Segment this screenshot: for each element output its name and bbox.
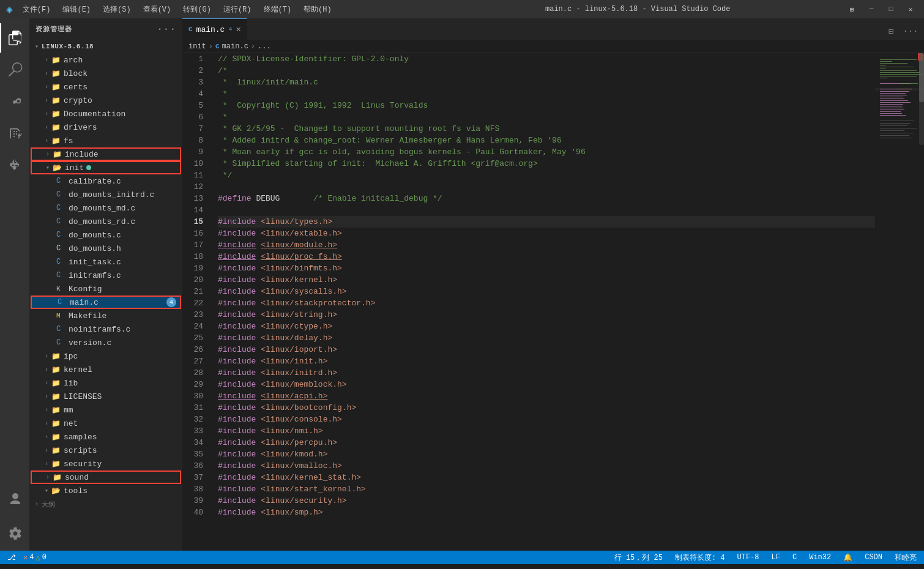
- encoding-text: UTF-8: [737, 553, 759, 562]
- tree-item-kconfig[interactable]: K Kconfig: [29, 282, 182, 296]
- tree-item-outline[interactable]: › 大纲: [29, 497, 182, 511]
- tree-item-init-task[interactable]: C init_task.c: [29, 255, 182, 269]
- tree-item-init[interactable]: ▾ 📂 init: [31, 161, 181, 174]
- activity-settings[interactable]: [0, 519, 29, 548]
- menu-run[interactable]: 运行(R): [218, 3, 256, 16]
- tree-item-drivers[interactable]: › 📁 drivers: [29, 121, 182, 134]
- tab-close-btn[interactable]: ✕: [236, 25, 240, 34]
- tree-item-licenses[interactable]: › 📁 LICENSES: [29, 390, 182, 403]
- tree-item-scripts[interactable]: › 📁 scripts: [29, 444, 182, 457]
- tree-item-calibrate[interactable]: C calibrate.c: [29, 174, 182, 188]
- tree-item-security[interactable]: › 📁 security: [29, 457, 182, 470]
- tree-root[interactable]: ▾ LINUX-5.6.18: [29, 40, 182, 53]
- sidebar-more-btn[interactable]: ···: [157, 24, 176, 35]
- tree-item-arch[interactable]: › 📁 arch: [29, 53, 182, 67]
- tree-item-samples[interactable]: › 📁 samples: [29, 430, 182, 444]
- tree-item-main[interactable]: C main.c 4: [31, 296, 181, 309]
- error-icon: ✕: [23, 553, 28, 562]
- csdn-text: CSDN: [865, 553, 882, 562]
- code-line-31: #include <linux/bootconfig.h>: [218, 402, 875, 414]
- line-num-19: 19: [182, 262, 208, 274]
- svg-rect-35: [880, 123, 911, 124]
- menu-view[interactable]: 查看(V): [138, 3, 176, 16]
- breadcrumb-init[interactable]: init: [188, 42, 206, 51]
- code-area[interactable]: // SPDX-License-Identifier: GPL-2.0-only…: [213, 53, 875, 551]
- tree-item-crypto[interactable]: › 📁 crypto: [29, 94, 182, 107]
- svg-rect-19: [880, 93, 906, 94]
- activity-account[interactable]: [0, 485, 29, 514]
- code-line-17: #include <linux/module.h>: [218, 239, 875, 251]
- code-line-39: #include <linux/security.h>: [218, 495, 875, 507]
- breadcrumb-filename[interactable]: main.c: [222, 42, 248, 51]
- label-sound: sound: [65, 473, 89, 482]
- more-actions-btn[interactable]: ···: [902, 23, 919, 40]
- split-editor-btn[interactable]: ⊟: [882, 23, 900, 40]
- tree-item-fs[interactable]: › 📁 fs: [29, 134, 182, 147]
- menu-select[interactable]: 选择(S): [98, 3, 136, 16]
- arrow-samples: ›: [42, 434, 51, 441]
- label-do-mounts-h: do_mounts.h: [69, 244, 121, 253]
- status-encoding[interactable]: UTF-8: [735, 553, 762, 562]
- tree-item-lib[interactable]: › 📁 lib: [29, 376, 182, 390]
- line-num-32: 32: [182, 414, 208, 425]
- tree-item-version[interactable]: C version.c: [29, 336, 182, 349]
- label-tools: tools: [64, 486, 88, 496]
- tree-item-do-mounts-h[interactable]: C do_mounts.h: [29, 242, 182, 255]
- menu-goto[interactable]: 转到(G): [178, 3, 216, 16]
- tree-item-block[interactable]: › 📁 block: [29, 67, 182, 80]
- status-errors[interactable]: ✕ 4 △ 0: [21, 553, 49, 562]
- line-num-1: 1: [182, 53, 208, 65]
- svg-rect-39: [880, 133, 914, 133]
- svg-rect-24: [880, 102, 911, 103]
- tree-item-do-mounts[interactable]: C do_mounts.c: [29, 228, 182, 242]
- tree-item-ipc[interactable]: › 📁 ipc: [29, 349, 182, 363]
- app-logo: ◈: [6, 2, 13, 16]
- tree-item-docs[interactable]: › 📁 Documentation: [29, 107, 182, 121]
- menu-file[interactable]: 文件(F): [18, 3, 56, 16]
- status-notification-bell[interactable]: 🔔: [841, 553, 855, 562]
- tree-item-makefile[interactable]: M Makefile: [29, 309, 182, 322]
- activity-debug[interactable]: [0, 119, 29, 148]
- tree-item-initramfs[interactable]: C initramfs.c: [29, 269, 182, 282]
- svg-rect-8: [880, 72, 920, 73]
- restore-btn[interactable]: □: [884, 3, 898, 15]
- tree-item-mm[interactable]: › 📁 mm: [29, 403, 182, 417]
- activity-search[interactable]: [0, 55, 29, 84]
- activity-git[interactable]: [0, 87, 29, 116]
- code-line-35: #include <linux/kmod.h>: [218, 448, 875, 460]
- activity-explorer[interactable]: [0, 23, 29, 53]
- close-btn[interactable]: ✕: [903, 3, 918, 15]
- tab-main-c[interactable]: C main.c 4 ✕: [182, 18, 247, 40]
- menu-help[interactable]: 帮助(H): [299, 3, 337, 16]
- error-count: 4: [29, 553, 34, 562]
- activity-extensions[interactable]: [0, 151, 29, 180]
- tree-item-do-mounts-initrd[interactable]: C do_mounts_initrd.c: [29, 188, 182, 201]
- status-position[interactable]: 行 15，列 25: [612, 552, 665, 563]
- svg-rect-23: [880, 100, 908, 101]
- svg-rect-41: [880, 138, 912, 138]
- status-line-ending[interactable]: LF: [769, 553, 783, 562]
- tree-item-kernel[interactable]: › 📁 kernel: [29, 363, 182, 376]
- tree-item-certs[interactable]: › 📁 certs: [29, 80, 182, 94]
- tree-item-do-mounts-md[interactable]: C do_mounts_md.c: [29, 201, 182, 215]
- line-num-35: 35: [182, 448, 208, 460]
- minimize-btn[interactable]: ─: [864, 3, 879, 15]
- status-language[interactable]: C: [790, 553, 799, 562]
- menu-terminal[interactable]: 终端(T): [259, 3, 297, 16]
- label-kconfig: Kconfig: [69, 284, 102, 294]
- tree-item-net[interactable]: › 📁 net: [29, 417, 182, 430]
- tree-item-include[interactable]: › 📁 include: [31, 147, 181, 161]
- tree-item-tools[interactable]: ▾ 📂 tools: [29, 484, 182, 497]
- menu-edit[interactable]: 编辑(E): [58, 3, 95, 16]
- svg-rect-25: [880, 104, 903, 105]
- status-platform[interactable]: Win32: [807, 553, 833, 562]
- label-lib: lib: [64, 379, 78, 388]
- tree-item-do-mounts-rd[interactable]: C do_mounts_rd.c: [29, 215, 182, 228]
- breadcrumb-symbol[interactable]: ...: [258, 42, 271, 51]
- status-tab-size[interactable]: 制表符长度: 4: [673, 552, 728, 563]
- titlebar: ◈ 文件(F) 编辑(E) 选择(S) 查看(V) 转到(G) 运行(R) 终端…: [0, 0, 924, 18]
- tree-item-sound[interactable]: › 📁 sound: [31, 470, 181, 484]
- layout-btn[interactable]: ⊞: [844, 3, 859, 15]
- tree-item-noinitramfs[interactable]: C noinitramfs.c: [29, 322, 182, 336]
- status-git[interactable]: ⎇: [5, 553, 18, 562]
